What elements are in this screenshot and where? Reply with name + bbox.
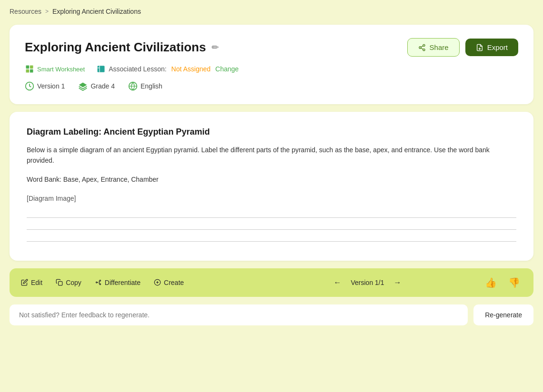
svg-rect-7 <box>30 66 33 69</box>
smart-worksheet-label: Smart Worksheet <box>37 66 85 73</box>
header-top: Exploring Ancient Civilizations ✏ Share … <box>25 38 518 57</box>
feedback-bar: Re-generate <box>10 304 533 325</box>
version-row: Version 1 Grade 4 A English <box>25 81 518 91</box>
answer-line-3[interactable] <box>27 241 516 242</box>
edit-button[interactable]: Edit <box>21 277 42 288</box>
meta-row: Smart Worksheet Associated Lesson: Not A… <box>25 64 518 74</box>
content-card: Diagram Labeling: Ancient Egyptian Pyram… <box>10 112 533 261</box>
differentiate-button[interactable]: Differentiate <box>95 277 141 288</box>
toolbar-center: ← Version 1/1 → <box>252 276 483 289</box>
lesson-meta: Associated Lesson: Not Assigned Change <box>96 64 239 74</box>
language-icon: A <box>128 81 138 91</box>
regenerate-button[interactable]: Re-generate <box>473 304 533 325</box>
export-button[interactable]: Export <box>465 39 518 56</box>
version-counter: Version 1/1 <box>351 279 384 286</box>
svg-point-18 <box>100 280 101 282</box>
breadcrumb-separator: > <box>45 8 49 15</box>
copy-button[interactable]: Copy <box>56 277 81 288</box>
answer-line-1[interactable] <box>27 217 516 218</box>
create-icon <box>154 279 161 286</box>
grade-icon <box>78 81 88 91</box>
svg-rect-10 <box>98 66 105 72</box>
svg-point-1 <box>419 47 421 49</box>
svg-rect-16 <box>59 282 62 285</box>
version-label: Version 1 <box>37 82 65 90</box>
svg-line-3 <box>421 48 423 49</box>
question-body: Below is a simple diagram of an ancient … <box>27 145 516 166</box>
edit-title-icon[interactable]: ✏ <box>211 42 219 53</box>
language-meta: A English <box>128 81 162 91</box>
differentiate-icon <box>95 279 102 286</box>
page-title: Exploring Ancient Civilizations <box>25 40 206 55</box>
thumbs-down-button[interactable]: 👎 <box>506 276 522 289</box>
feedback-input[interactable] <box>19 311 458 319</box>
breadcrumb-home[interactable]: Resources <box>10 8 41 15</box>
smart-worksheet-icon <box>25 64 34 74</box>
answer-line-2[interactable] <box>27 229 516 230</box>
lesson-icon <box>96 64 106 74</box>
export-icon <box>476 44 483 51</box>
grade-label: Grade 4 <box>90 82 115 90</box>
next-version-button[interactable]: → <box>390 276 405 289</box>
question-title: Diagram Labeling: Ancient Egyptian Pyram… <box>27 127 516 137</box>
lesson-prefix: Associated Lesson: <box>109 65 166 73</box>
language-label: English <box>141 82 162 90</box>
svg-rect-8 <box>26 69 30 73</box>
thumbs-up-button[interactable]: 👍 <box>483 276 499 289</box>
header-card: Exploring Ancient Civilizations ✏ Share … <box>10 25 533 104</box>
grade-meta: Grade 4 <box>78 81 115 91</box>
toolbar-right: 👍 👎 <box>483 276 522 289</box>
svg-point-19 <box>100 284 101 285</box>
share-button[interactable]: Share <box>407 38 460 57</box>
breadcrumb: Resources > Exploring Ancient Civilizati… <box>10 8 533 15</box>
svg-rect-9 <box>30 69 33 73</box>
breadcrumb-current: Exploring Ancient Civilizations <box>52 8 141 15</box>
toolbar-card: Edit Copy Differentiate Create ← Version… <box>10 268 533 297</box>
feedback-input-wrap <box>10 304 468 325</box>
version-meta: Version 1 <box>25 81 65 91</box>
diagram-image: [Diagram Image] <box>27 195 516 202</box>
svg-line-4 <box>421 46 423 47</box>
lesson-change[interactable]: Change <box>215 65 239 73</box>
worksheet-title-row: Exploring Ancient Civilizations ✏ <box>25 40 219 55</box>
toolbar-left: Edit Copy Differentiate Create <box>21 277 252 288</box>
svg-text:A: A <box>132 83 133 85</box>
header-actions: Share Export <box>407 38 518 57</box>
svg-point-17 <box>96 282 97 284</box>
type-meta: Smart Worksheet <box>25 64 85 74</box>
word-bank: Word Bank: Base, Apex, Entrance, Chamber <box>27 176 516 183</box>
svg-rect-6 <box>26 66 30 69</box>
lesson-status: Not Assigned <box>171 65 211 73</box>
answer-lines <box>27 217 516 242</box>
version-icon <box>25 81 34 91</box>
svg-point-2 <box>423 49 425 50</box>
svg-point-0 <box>423 44 425 46</box>
copy-icon <box>56 279 63 286</box>
edit-icon <box>21 279 28 286</box>
share-icon <box>418 44 426 51</box>
create-button[interactable]: Create <box>154 277 184 288</box>
prev-version-button[interactable]: ← <box>330 276 345 289</box>
